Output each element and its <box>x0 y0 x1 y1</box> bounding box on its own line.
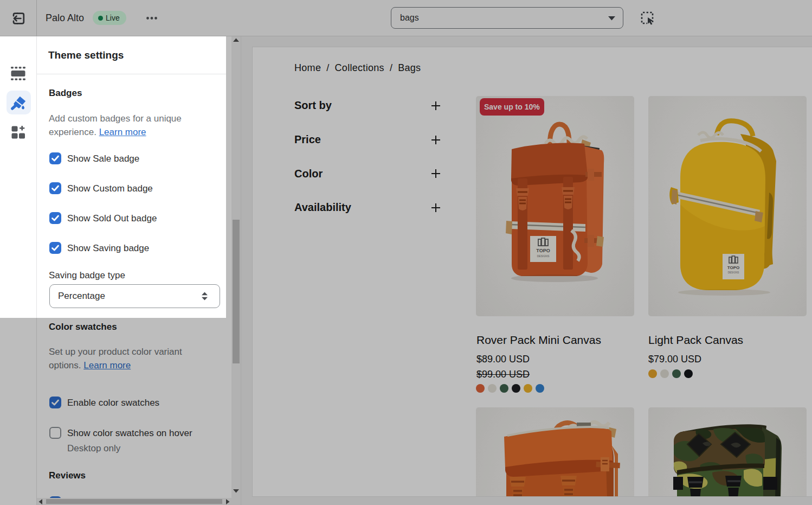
svg-text:TOPO: TOPO <box>536 248 550 253</box>
svg-text:TOPO: TOPO <box>727 265 740 270</box>
svg-text:DESIGNS: DESIGNS <box>728 271 739 274</box>
svg-text:DESIGNS: DESIGNS <box>537 254 550 258</box>
